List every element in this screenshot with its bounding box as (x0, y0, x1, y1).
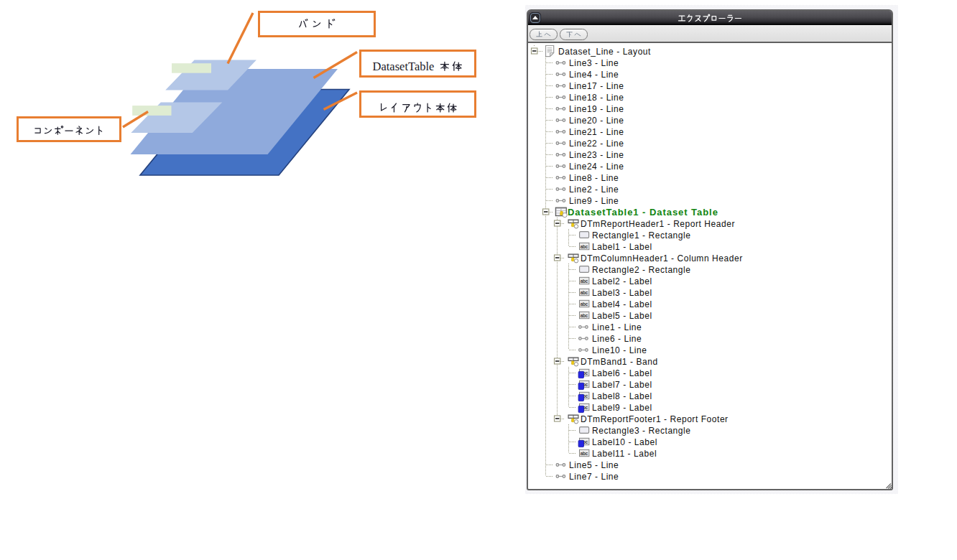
svg-text:Label8 - Label: Label8 - Label (592, 391, 652, 401)
svg-text:Label10 - Label: Label10 - Label (592, 437, 657, 447)
svg-text:Label9 - Label: Label9 - Label (592, 403, 652, 413)
svg-text:Line1 - Line: Line1 - Line (592, 322, 642, 332)
svg-text:Line8 - Line: Line8 - Line (569, 173, 619, 183)
svg-text:Line19 - Line: Line19 - Line (569, 104, 624, 114)
svg-text:DatasetTable1 - Dataset Table: DatasetTable1 - Dataset Table (568, 207, 718, 218)
svg-text:Line17 - Line: Line17 - Line (569, 81, 624, 91)
svg-text:Line5 - Line: Line5 - Line (569, 460, 619, 470)
svg-text:Line21 - Line: Line21 - Line (569, 127, 624, 137)
svg-text:Label3 - Label: Label3 - Label (592, 288, 652, 298)
svg-text:Label4 - Label: Label4 - Label (592, 299, 652, 309)
svg-text:Rectangle3 - Rectangle: Rectangle3 - Rectangle (592, 426, 691, 436)
svg-text:Line23 - Line: Line23 - Line (569, 150, 624, 160)
svg-text:Label1 - Label: Label1 - Label (592, 242, 652, 252)
svg-text:Label7 - Label: Label7 - Label (592, 380, 652, 390)
svg-text:Line18 - Line: Line18 - Line (569, 93, 624, 103)
svg-text:Line6 - Line: Line6 - Line (592, 334, 642, 344)
svg-text:Line10 - Line: Line10 - Line (592, 345, 647, 355)
svg-text:Line7 - Line: Line7 - Line (569, 472, 619, 482)
svg-text:Line2 - Line: Line2 - Line (569, 185, 619, 195)
svg-text:DTmColumnHeader1 - Column Head: DTmColumnHeader1 - Column Header (581, 253, 743, 263)
svg-text:Dataset_Line - Layout: Dataset_Line - Layout (558, 47, 651, 57)
svg-text:Line20 - Line: Line20 - Line (569, 116, 624, 126)
svg-text:DTmBand1 - Band: DTmBand1 - Band (581, 357, 658, 367)
svg-text:Label11 - Label: Label11 - Label (592, 449, 657, 459)
svg-text:DTmReportFooter1 - Report Foot: DTmReportFooter1 - Report Footer (581, 414, 729, 424)
svg-text:Line3 - Line: Line3 - Line (569, 58, 619, 68)
svg-text:DTmReportHeader1 - Report Head: DTmReportHeader1 - Report Header (581, 219, 735, 229)
svg-text:Label6 - Label: Label6 - Label (592, 368, 652, 378)
svg-text:Rectangle1 - Rectangle: Rectangle1 - Rectangle (592, 230, 691, 241)
svg-text:Rectangle2 - Rectangle: Rectangle2 - Rectangle (592, 265, 691, 275)
svg-text:Line22 - Line: Line22 - Line (569, 139, 624, 149)
svg-text:Line24 - Line: Line24 - Line (569, 162, 624, 172)
svg-text:Line4 - Line: Line4 - Line (569, 70, 619, 80)
svg-text:Label5 - Label: Label5 - Label (592, 311, 652, 321)
svg-text:Line9 - Line: Line9 - Line (569, 196, 619, 206)
svg-text:Label2 - Label: Label2 - Label (592, 276, 652, 286)
